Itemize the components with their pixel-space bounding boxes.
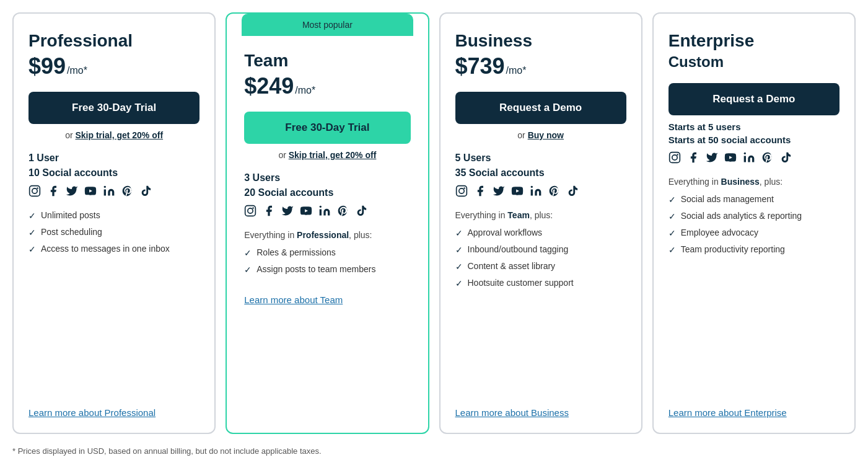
skip-trial-professional: or Skip trial, get 20% off bbox=[28, 130, 199, 140]
feature-item-business-2: ✓ Content & asset library bbox=[455, 261, 626, 272]
feature-item-professional-1: ✓ Post scheduling bbox=[28, 227, 199, 237]
f-icon-enterprise bbox=[687, 151, 699, 167]
svg-point-13 bbox=[458, 188, 463, 193]
in-icon-enterprise bbox=[743, 151, 755, 167]
learn-more-link-team[interactable]: Learn more about Team bbox=[244, 285, 410, 305]
PI-icon-professional bbox=[121, 185, 134, 200]
plan-price-enterprise: Custom bbox=[669, 53, 840, 71]
plan-card-professional: Professional $99 /mo* Free 30-Day Trialo… bbox=[12, 12, 216, 434]
feature-text-professional-0: Unlimited posts bbox=[41, 210, 100, 220]
skip-trial-business: or Buy now bbox=[455, 130, 626, 140]
users-info-professional: 1 User bbox=[28, 153, 199, 164]
f-icon-business bbox=[474, 185, 486, 200]
feature-text-enterprise-0: Social ads management bbox=[681, 194, 774, 204]
social-accounts-team: 20 Social accounts bbox=[244, 187, 410, 198]
price-period-team: /mo* bbox=[295, 85, 315, 96]
feature-item-enterprise-0: ✓ Social ads management bbox=[669, 194, 840, 205]
plan-name-professional: Professional bbox=[28, 31, 199, 51]
check-icon-professional-0: ✓ bbox=[28, 211, 36, 221]
price-amount-business: $739 bbox=[455, 53, 505, 79]
skip-link-team[interactable]: Skip trial, get 20% off bbox=[289, 150, 377, 160]
cta-button-enterprise[interactable]: Request a Demo bbox=[669, 83, 840, 115]
feature-item-enterprise-1: ✓ Social ads analytics & reporting bbox=[669, 211, 840, 221]
svg-rect-22 bbox=[743, 156, 745, 162]
check-icon-business-2: ✓ bbox=[455, 262, 463, 272]
PI-icon-enterprise bbox=[761, 151, 774, 167]
YT-icon-business bbox=[511, 185, 524, 200]
svg-point-5 bbox=[104, 186, 106, 188]
social-icons-business bbox=[455, 185, 626, 200]
feature-item-team-0: ✓ Roles & permissions bbox=[244, 247, 410, 258]
TW-icon-business bbox=[493, 185, 505, 200]
TK-icon-business bbox=[567, 185, 579, 200]
feature-text-enterprise-1: Social ads analytics & reporting bbox=[681, 211, 802, 221]
feature-text-enterprise-2: Employee advocacy bbox=[681, 228, 758, 237]
TW-icon-team bbox=[281, 205, 294, 220]
check-icon-professional-1: ✓ bbox=[28, 228, 36, 237]
feature-text-business-0: Approval workflows bbox=[468, 228, 543, 237]
social-icons-enterprise bbox=[669, 151, 840, 167]
check-icon-enterprise-0: ✓ bbox=[669, 195, 676, 205]
TK-icon-team bbox=[356, 205, 368, 220]
TW-icon-professional bbox=[66, 185, 78, 200]
IG-icon-enterprise bbox=[669, 151, 681, 167]
pricing-container: Professional $99 /mo* Free 30-Day Trialo… bbox=[12, 12, 856, 434]
feature-text-team-0: Roles & permissions bbox=[256, 247, 336, 257]
starts-at-social-enterprise: Starts at 50 social accounts bbox=[669, 135, 840, 145]
learn-more-link-enterprise[interactable]: Learn more about Enterprise bbox=[669, 397, 840, 418]
svg-point-7 bbox=[248, 208, 253, 213]
feature-text-professional-2: Access to messages in one inbox bbox=[41, 244, 170, 254]
features-intro-business: Everything in Team, plus: bbox=[455, 210, 626, 220]
IG-icon-team bbox=[244, 205, 256, 220]
plan-price-business: $739 /mo* bbox=[455, 53, 626, 79]
plan-name-business: Business bbox=[455, 31, 626, 51]
svg-rect-10 bbox=[320, 210, 322, 216]
in-icon-business bbox=[530, 185, 542, 200]
TW-icon-enterprise bbox=[706, 151, 718, 167]
TK-icon-professional bbox=[140, 185, 152, 200]
social-icons-team bbox=[244, 205, 410, 220]
buy-now-link-business[interactable]: Buy now bbox=[528, 130, 564, 140]
price-custom-enterprise: Custom bbox=[669, 53, 724, 71]
plan-name-enterprise: Enterprise bbox=[669, 31, 840, 51]
f-icon-professional bbox=[47, 185, 59, 200]
footnote: * Prices displayed in USD, based on annu… bbox=[12, 446, 856, 456]
check-icon-enterprise-1: ✓ bbox=[669, 211, 676, 221]
learn-more-link-professional[interactable]: Learn more about Professional bbox=[28, 397, 199, 418]
cta-button-professional[interactable]: Free 30-Day Trial bbox=[28, 92, 199, 124]
skip-link-professional[interactable]: Skip trial, get 20% off bbox=[76, 130, 164, 140]
svg-rect-12 bbox=[456, 186, 467, 197]
feature-item-business-1: ✓ Inbound/outbound tagging bbox=[455, 244, 626, 255]
svg-point-17 bbox=[530, 186, 532, 188]
svg-rect-0 bbox=[30, 186, 40, 197]
feature-item-business-3: ✓ Hootsuite customer support bbox=[455, 278, 626, 288]
feature-text-business-3: Hootsuite customer support bbox=[468, 278, 574, 288]
feature-item-professional-2: ✓ Access to messages in one inbox bbox=[28, 244, 199, 254]
svg-point-20 bbox=[677, 154, 678, 156]
YT-icon-enterprise bbox=[724, 151, 737, 167]
check-icon-business-3: ✓ bbox=[455, 278, 463, 288]
features-intro-enterprise: Everything in Business, plus: bbox=[669, 177, 840, 187]
feature-list-team: ✓ Roles & permissions ✓ Assign posts to … bbox=[244, 247, 410, 275]
social-accounts-professional: 10 Social accounts bbox=[28, 167, 199, 179]
check-icon-team-1: ✓ bbox=[244, 265, 252, 275]
learn-more-link-business[interactable]: Learn more about Business bbox=[455, 397, 626, 418]
cta-button-business[interactable]: Request a Demo bbox=[455, 92, 626, 124]
check-icon-team-0: ✓ bbox=[244, 248, 252, 258]
skip-trial-team: or Skip trial, get 20% off bbox=[244, 150, 410, 160]
features-intro-team: Everything in Professional, plus: bbox=[244, 230, 410, 240]
PI-icon-business bbox=[548, 185, 561, 200]
IG-icon-business bbox=[455, 185, 468, 200]
cta-button-team[interactable]: Free 30-Day Trial bbox=[244, 112, 410, 144]
price-amount-team: $249 bbox=[244, 73, 294, 99]
svg-point-14 bbox=[463, 187, 465, 189]
svg-rect-4 bbox=[104, 190, 106, 196]
popular-badge: Most popular bbox=[242, 14, 413, 36]
feature-list-enterprise: ✓ Social ads management ✓ Social ads ana… bbox=[669, 194, 840, 261]
check-icon-enterprise-3: ✓ bbox=[669, 245, 676, 255]
svg-point-23 bbox=[743, 153, 745, 154]
plan-price-team: $249 /mo* bbox=[244, 73, 410, 99]
price-period-business: /mo* bbox=[506, 65, 527, 76]
svg-point-11 bbox=[320, 206, 322, 208]
svg-point-2 bbox=[37, 187, 38, 189]
